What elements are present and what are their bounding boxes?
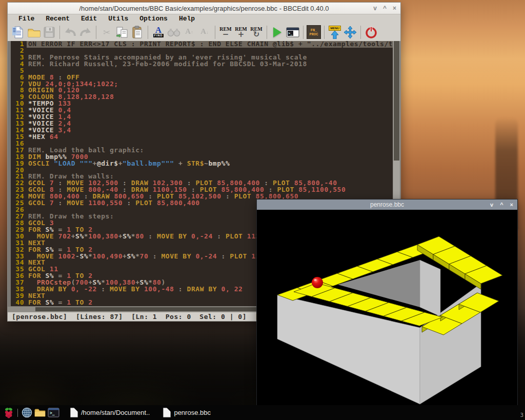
- code-line[interactable]: 4REM. Richard Russell, 23-Feb-2006 modif…: [11, 61, 393, 68]
- code-line[interactable]: 15*HEX 64: [11, 134, 393, 141]
- code-text: *VOICE 1,4: [27, 114, 393, 121]
- line-number: 5: [11, 68, 27, 74]
- toolbar-separator: [59, 26, 60, 39]
- case-down-button[interactable]: A↓: [197, 25, 212, 40]
- red-ball: [312, 277, 323, 288]
- code-text: *VOICE 0,4: [27, 107, 393, 114]
- open-folder-button[interactable]: [27, 25, 41, 40]
- toolbar-separator: [215, 26, 215, 39]
- quit-button[interactable]: [364, 25, 378, 40]
- line-number: 40: [11, 299, 27, 306]
- close-icon[interactable]: ×: [510, 202, 513, 208]
- desktop: /home/stan/Documents/BBC Basic/examples/…: [0, 0, 525, 420]
- maximize-icon[interactable]: ^: [500, 202, 503, 208]
- penrose-window: penrose.bbc v ^ ×: [256, 199, 518, 409]
- code-line[interactable]: 19OSCLI "LOAD """+@dir$+"ball.bmp""" + S…: [11, 161, 393, 167]
- minimize-icon[interactable]: v: [373, 3, 377, 14]
- code-text: REM. Richard Russell, 23-Feb-2006 modifi…: [27, 61, 393, 68]
- code-text: VDU 24,0;0;1344;1022;: [27, 81, 393, 88]
- clock-partial: 3: [520, 412, 523, 418]
- code-text: *HEX 64: [27, 134, 393, 141]
- code-line[interactable]: 14*VOICE 3,4: [11, 127, 393, 134]
- raspberry-menu-icon[interactable]: [3, 407, 15, 419]
- new-file-button[interactable]: [11, 25, 26, 40]
- editor-window-title: /home/stan/Documents/BBC Basic/examples/…: [8, 5, 400, 12]
- line-number: 3: [11, 54, 27, 61]
- menu-file[interactable]: File: [13, 14, 40, 23]
- code-line[interactable]: 1ON ERROR IF ERR<>17 CLS : PRINT REPORT$…: [11, 41, 393, 48]
- task-label: penrose.bbc: [174, 409, 211, 416]
- line-number: 7: [11, 81, 27, 88]
- minimize-icon[interactable]: v: [490, 202, 493, 208]
- file-manager-icon[interactable]: [34, 407, 46, 419]
- redo-button[interactable]: [78, 25, 93, 40]
- code-text: [27, 68, 393, 74]
- editor-titlebar[interactable]: /home/stan/Documents/BBC Basic/examples/…: [8, 3, 400, 14]
- penrose-window-title: penrose.bbc: [257, 201, 517, 208]
- paste-button[interactable]: [130, 25, 145, 40]
- line-number: 6: [11, 74, 27, 81]
- code-text: *VOICE 3,4: [27, 127, 393, 134]
- code-text: COLOUR 8,128,128,128: [27, 94, 393, 101]
- line-number: 4: [11, 61, 27, 68]
- line-number: 2: [11, 48, 27, 54]
- task-label: /home/stan/Document..: [81, 409, 150, 416]
- document-icon: [163, 408, 171, 417]
- maximize-icon[interactable]: ^: [383, 3, 387, 14]
- penrose-titlebar[interactable]: penrose.bbc v ^ ×: [257, 199, 517, 210]
- menu-utils[interactable]: Utils: [103, 14, 134, 23]
- code-text: ON ERROR IF ERR<>17 CLS : PRINT REPORT$ …: [27, 41, 393, 48]
- rem-remove-button[interactable]: REM−: [218, 25, 233, 40]
- run-button[interactable]: [270, 25, 285, 40]
- cut-button[interactable]: ✂: [99, 25, 114, 40]
- rem-toggle-button[interactable]: REM↻: [249, 25, 264, 40]
- copy-button[interactable]: [115, 25, 129, 40]
- code-text: *VOICE 2,4: [27, 121, 393, 127]
- status-text: [penrose.bbc] [Lines: 87] [Ln: 1 Pos: 0 …: [12, 313, 268, 321]
- rem-add-button[interactable]: REM+: [234, 25, 248, 40]
- console-button[interactable]: >_: [286, 25, 300, 40]
- code-text: OSCLI "LOAD """+@dir$+"ball.bmp""" + STR…: [27, 161, 393, 167]
- menu-edit[interactable]: Edit: [75, 14, 103, 23]
- penrose-stairs-drawing: [257, 210, 517, 409]
- menu-recent[interactable]: Recent: [40, 14, 75, 23]
- menu-bar: FileRecentEditUtilsOptionsHelp: [8, 14, 400, 23]
- taskbar-separator: [17, 409, 18, 417]
- toolbar-separator: [96, 26, 96, 39]
- terminal-icon[interactable]: >_: [47, 407, 59, 419]
- toolbar-separator: [267, 26, 267, 39]
- case-up-button[interactable]: A↑: [182, 25, 196, 40]
- document-icon: [70, 408, 78, 417]
- move-button[interactable]: [343, 25, 357, 40]
- toolbar-separator: [148, 26, 148, 39]
- vertical-scrollbar-thumb[interactable]: [394, 41, 399, 161]
- svg-text:>_: >_: [288, 31, 293, 35]
- penrose-graphics-output: [257, 210, 517, 409]
- close-icon[interactable]: ×: [393, 3, 396, 14]
- svg-text:>_: >_: [50, 411, 55, 415]
- taskbar-task-document[interactable]: /home/stan/Document..: [67, 407, 153, 418]
- toolbar: ✂AFINDA↑A↓REM−REM+REM↻>_FN_PROCMENU: [8, 23, 400, 41]
- fn-proc-button[interactable]: FN_PROC: [307, 25, 321, 40]
- taskbar-task-penrose[interactable]: penrose.bbc: [160, 407, 214, 418]
- line-number: 1: [11, 41, 27, 48]
- save-button[interactable]: [42, 25, 56, 40]
- toolbar-separator: [303, 26, 304, 39]
- undo-button[interactable]: [63, 25, 77, 40]
- menu-options[interactable]: Options: [134, 14, 173, 23]
- find-button[interactable]: AFIND: [151, 25, 166, 40]
- toolbar-separator: [360, 26, 361, 39]
- toolbar-separator: [324, 26, 325, 39]
- web-browser-icon[interactable]: [21, 407, 33, 419]
- line-number: 8: [11, 87, 27, 94]
- code-text: *TEMPO 133: [27, 101, 393, 107]
- find-binoculars-button[interactable]: [167, 25, 181, 40]
- taskbar: >_ /home/stan/Document.. penrose.bbc 3: [0, 405, 525, 420]
- menu-help[interactable]: Help: [173, 14, 200, 23]
- menu-jump-button[interactable]: MENU: [328, 25, 342, 40]
